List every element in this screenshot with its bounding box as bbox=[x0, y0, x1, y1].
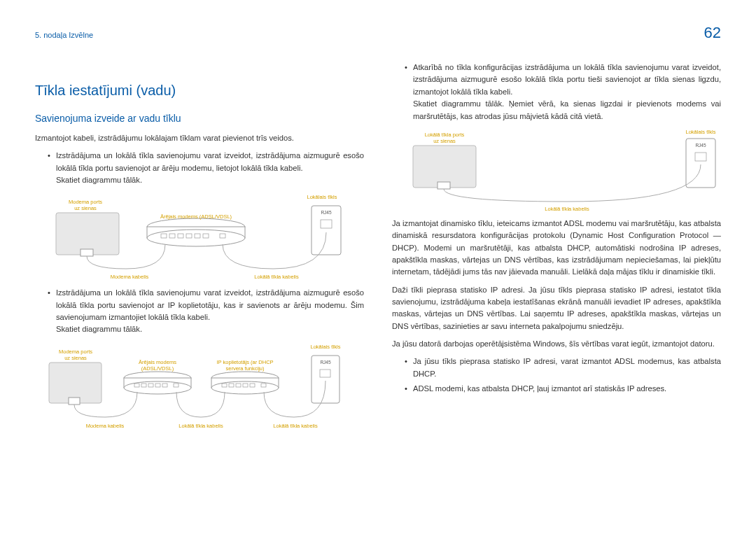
svg-text:uz sienas: uz sienas bbox=[433, 138, 456, 144]
svg-rect-49 bbox=[320, 370, 330, 377]
svg-text:RJ45: RJ45 bbox=[695, 143, 706, 148]
svg-rect-21 bbox=[49, 363, 102, 403]
svg-rect-1 bbox=[80, 249, 93, 256]
svg-rect-31 bbox=[155, 384, 160, 387]
svg-text:(ADSL/VDSL): (ADSL/VDSL) bbox=[141, 365, 174, 372]
svg-rect-29 bbox=[141, 384, 146, 387]
svg-rect-28 bbox=[134, 384, 139, 387]
svg-rect-42 bbox=[243, 384, 248, 387]
svg-rect-55 bbox=[438, 182, 450, 189]
page-number: 62 bbox=[704, 21, 721, 45]
svg-text:Lokālā tīkla kabelis: Lokālā tīkla kabelis bbox=[273, 423, 318, 429]
svg-rect-8 bbox=[169, 234, 175, 238]
svg-text:Lokālais tīkls: Lokālais tīkls bbox=[307, 194, 337, 200]
svg-text:servera funkciju): servera funkciju) bbox=[225, 365, 265, 372]
svg-rect-41 bbox=[236, 384, 241, 387]
svg-rect-44 bbox=[261, 384, 266, 387]
svg-rect-32 bbox=[162, 384, 167, 387]
bullet-1: Izstrādājuma un lokālā tīkla savienojumu… bbox=[48, 150, 364, 186]
svg-rect-22 bbox=[69, 398, 80, 405]
svg-text:Lokālā tīkla kabelis: Lokālā tīkla kabelis bbox=[254, 274, 299, 280]
svg-text:IP koplietotājs (ar DHCP: IP koplietotājs (ar DHCP bbox=[216, 359, 273, 365]
svg-text:Modema ports: Modema ports bbox=[69, 199, 102, 205]
svg-text:Modema kabelis: Modema kabelis bbox=[86, 423, 125, 429]
svg-rect-30 bbox=[148, 384, 153, 387]
para-static: Daži tīkli pieprasa statisko IP adresi. … bbox=[392, 284, 721, 332]
svg-text:RJ45: RJ45 bbox=[320, 360, 331, 365]
svg-rect-39 bbox=[222, 384, 227, 387]
svg-text:Lokālais tīkls: Lokālais tīkls bbox=[311, 344, 341, 350]
svg-rect-43 bbox=[250, 384, 255, 387]
svg-text:Lokālā tīkla kabelis: Lokālā tīkla kabelis bbox=[545, 206, 589, 212]
bullet-1-text: Izstrādājuma un lokālā tīkla savienojumu… bbox=[56, 151, 364, 171]
svg-rect-33 bbox=[174, 384, 178, 387]
right-column: Atkarībā no tīkla konfigurācijas izstrād… bbox=[392, 59, 721, 437]
see-diagram-1: Skatiet diagrammu tālāk. bbox=[56, 176, 142, 184]
bullet-4: Ja jūsu tīkls pieprasa statisko IP adres… bbox=[405, 356, 721, 380]
breadcrumb: 5. nodaļa Izvēlne bbox=[35, 29, 93, 41]
svg-text:Modema kabelis: Modema kabelis bbox=[111, 274, 149, 280]
diagram-1: Modema ports uz sienas Ārējais modems (A… bbox=[35, 192, 350, 281]
para-windows: Ja jūsu datorā darbojas operētājsistēma … bbox=[392, 338, 721, 350]
see-diagram-2: Skatiet diagrammu tālāk. bbox=[56, 325, 142, 333]
svg-rect-17 bbox=[321, 220, 332, 228]
intro-text: Izmantojot kabeli, izstrādājumu lokālaja… bbox=[35, 132, 364, 144]
svg-text:Lokālā tīkla ports: Lokālā tīkla ports bbox=[425, 132, 465, 138]
svg-text:Ārējais modems (ADSL/VDSL): Ārējais modems (ADSL/VDSL) bbox=[160, 213, 232, 220]
svg-text:Modema ports: Modema ports bbox=[59, 349, 92, 355]
diagram-2: Modema ports uz sienas Ārējais modems (A… bbox=[35, 342, 350, 431]
svg-rect-40 bbox=[229, 384, 234, 387]
see-diagram-3: Skatiet diagrammu tālāk. Ņemiet vērā, ka… bbox=[413, 99, 721, 120]
svg-text:uz sienas: uz sienas bbox=[64, 355, 87, 361]
bullet-2: Izstrādājuma un lokālā tīkla savienojumu… bbox=[48, 287, 364, 335]
bullet-3-text: Atkarībā no tīkla konfigurācijas izstrād… bbox=[413, 63, 721, 96]
svg-rect-0 bbox=[56, 213, 119, 255]
svg-rect-12 bbox=[203, 234, 209, 238]
bullet-2-text: Izstrādājuma un lokālā tīkla savienojumu… bbox=[56, 288, 364, 321]
svg-text:Lokālā tīkla kabelis: Lokālā tīkla kabelis bbox=[178, 423, 223, 429]
svg-rect-7 bbox=[161, 234, 167, 238]
svg-rect-11 bbox=[195, 234, 200, 238]
svg-rect-10 bbox=[186, 234, 192, 238]
svg-text:RJ45: RJ45 bbox=[321, 210, 332, 215]
section-subtitle: Savienojuma izveide ar vadu tīklu bbox=[35, 111, 364, 127]
page-title: Tīkla iestatījumi (vadu) bbox=[35, 80, 364, 101]
diagram-3: Lokālā tīkla ports uz sienas RJ45 Lokāla… bbox=[406, 128, 728, 212]
svg-rect-54 bbox=[413, 146, 476, 188]
para-dhcp: Ja izmantojat dinamisko tīklu, ieteicams… bbox=[392, 218, 721, 279]
svg-text:Lokālais tīkls: Lokālais tīkls bbox=[686, 129, 716, 135]
bullet-5: ADSL modemi, kas atbalsta DHCP, ļauj izm… bbox=[405, 383, 721, 395]
left-column: Tīkla iestatījumi (vadu) Savienojuma izv… bbox=[35, 59, 364, 437]
svg-text:uz sienas: uz sienas bbox=[74, 205, 97, 211]
svg-rect-13 bbox=[220, 234, 225, 238]
svg-rect-60 bbox=[695, 153, 706, 161]
bullet-5-text: ADSL modemi, kas atbalsta DHCP, ļauj izm… bbox=[413, 383, 721, 395]
bullet-3: Atkarībā no tīkla konfigurācijas izstrād… bbox=[405, 62, 721, 122]
svg-text:Ārējais modems: Ārējais modems bbox=[139, 359, 176, 365]
svg-rect-9 bbox=[178, 234, 183, 238]
bullet-4-text: Ja jūsu tīkls pieprasa statisko IP adres… bbox=[413, 356, 721, 380]
